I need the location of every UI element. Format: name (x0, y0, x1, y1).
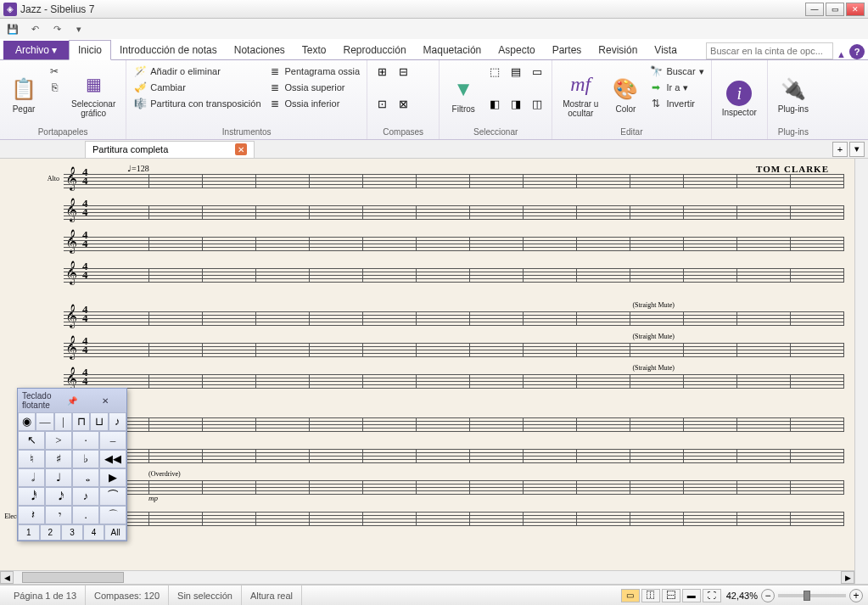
scroll-left-icon[interactable]: ◀ (0, 571, 14, 584)
transposition-button[interactable]: 🎼Partitura con transposición (132, 96, 262, 111)
tab-inicio[interactable]: Inicio (69, 40, 111, 60)
view-page-button[interactable]: ▭ (621, 589, 640, 602)
kp-slur[interactable]: ⌒ (99, 506, 126, 524)
kp-note-8[interactable]: ♪ (72, 487, 99, 506)
kp-rest2[interactable]: 𝄾 (45, 506, 72, 524)
kp-tenuto[interactable]: – (99, 431, 126, 450)
kp-arrow[interactable]: ↖ (18, 431, 45, 450)
select-none-icon[interactable]: ◫ (528, 97, 546, 112)
maximize-button[interactable]: ▭ (826, 3, 844, 16)
tab-maquetacion[interactable]: Maquetación (415, 41, 490, 59)
flip-button[interactable]: ⇅Invertir (647, 96, 705, 111)
tab-vista[interactable]: Vista (646, 41, 685, 59)
select-bars-icon[interactable]: ▤ (507, 64, 525, 79)
staff-row[interactable]: 𝄞44(Straight Mute) (64, 306, 844, 330)
zoom-slider[interactable] (778, 594, 846, 597)
close-tab-icon[interactable]: ✕ (235, 143, 247, 155)
kp-layout-3[interactable]: 3 (61, 524, 83, 541)
kp-dot[interactable]: . (72, 506, 99, 524)
kp-note-quarter[interactable]: ♩ (45, 468, 72, 487)
scroll-thumb[interactable] (22, 572, 124, 583)
change-button[interactable]: 🎺Cambiar (132, 80, 262, 95)
staff-row[interactable]: Electric Guitar𝄞44(Overdrive)mp (64, 475, 844, 499)
kp-flat[interactable]: ♭ (72, 450, 99, 468)
score-canvas[interactable]: ♩=128 TOM CLARKE Alto𝄞44𝄞44𝄞44𝄞44𝄞44(Str… (0, 159, 854, 570)
scroll-right-icon[interactable]: ▶ (841, 571, 854, 584)
kp-layout-all[interactable]: All (104, 524, 126, 541)
undo-icon[interactable]: ↶ (27, 21, 42, 36)
view-vertical-button[interactable]: ⿱ (662, 589, 680, 602)
kp-staccato[interactable]: · (72, 431, 99, 450)
select-more-icon[interactable]: ◧ (485, 97, 504, 112)
keypad-panel[interactable]: Teclado flotante 📌 ✕ ◉ — | ⊓ ⊔ ♪ ↖ > · –… (17, 388, 127, 541)
minimize-button[interactable]: — (805, 3, 824, 16)
kp-mode-5[interactable]: ⊔ (90, 412, 108, 431)
show-hide-button[interactable]: mf Mostrar u ocultar (557, 62, 603, 126)
vertical-scrollbar[interactable] (854, 159, 868, 584)
color-button[interactable]: 🎨 Color (607, 62, 644, 126)
staff-row[interactable]: 𝄞44(Straight Mute) (64, 338, 844, 361)
kp-layout-2[interactable]: 2 (40, 524, 62, 541)
scroll-track[interactable] (14, 571, 841, 584)
kp-note-half[interactable]: 𝅗𝅥 (18, 468, 45, 487)
tab-reproduccion[interactable]: Reproducción (335, 41, 415, 59)
kp-rest[interactable]: 𝄽 (18, 506, 45, 524)
copy-button[interactable]: ⎘ (46, 80, 63, 95)
inspector-button[interactable]: i Inspector (717, 62, 762, 136)
kp-mode-4[interactable]: ⊓ (72, 412, 90, 431)
tab-menu-button[interactable]: ▾ (849, 142, 865, 157)
staff-row[interactable]: Trumpet 3𝄞44 (64, 412, 844, 436)
collapse-ribbon-icon[interactable]: ▲ (837, 49, 846, 59)
kp-rewind[interactable]: ◀◀ (99, 450, 126, 468)
save-icon[interactable]: 💾 (5, 21, 20, 36)
bar-add-icon[interactable]: ⊞ (372, 64, 391, 79)
select-system-icon[interactable]: ▭ (528, 64, 546, 79)
view-full-button[interactable]: ⛶ (703, 589, 721, 602)
kp-sharp[interactable]: ♯ (45, 450, 72, 468)
kp-note-16[interactable]: 𝅘𝅥𝅯 (45, 487, 72, 506)
close-button[interactable]: ✕ (846, 3, 865, 16)
find-button[interactable]: 🔭Buscar ▾ (647, 64, 705, 79)
bar-split-icon[interactable]: ⊡ (372, 97, 391, 112)
kp-play[interactable]: ▶ (99, 468, 126, 487)
ossia-button[interactable]: ≣Pentagrama ossia (266, 64, 362, 79)
view-panorama-button[interactable]: ▬ (682, 589, 701, 602)
staff-row[interactable]: 𝄞44 (64, 232, 844, 255)
redo-icon[interactable]: ↷ (49, 21, 64, 36)
kp-note-32[interactable]: 𝅘𝅥𝅰 (18, 487, 45, 506)
paste-button[interactable]: 📋 Pegar (5, 62, 42, 126)
staff-row[interactable]: Trombone𝄢44 (64, 444, 844, 468)
tab-revision[interactable]: Revisión (590, 41, 646, 59)
tab-partes[interactable]: Partes (544, 41, 591, 59)
file-tab[interactable]: Archivo▾ (3, 41, 69, 59)
kp-layout-1[interactable]: 1 (18, 524, 40, 541)
document-tab[interactable]: Partitura completa ✕ (85, 141, 255, 158)
kp-natural[interactable]: ♮ (18, 450, 45, 468)
qat-dropdown-icon[interactable]: ▾ (71, 21, 87, 36)
view-spread-button[interactable]: ⿰ (641, 589, 660, 602)
new-tab-button[interactable]: + (832, 142, 848, 157)
pin-icon[interactable]: 📌 (55, 395, 88, 406)
kp-note-whole[interactable]: 𝅝 (72, 468, 99, 487)
help-icon[interactable]: ? (849, 44, 865, 59)
ossia-above-button[interactable]: ≣Ossia superior (266, 80, 362, 95)
close-keypad-icon[interactable]: ✕ (89, 395, 122, 406)
zoom-in-button[interactable]: + (849, 589, 863, 602)
ribbon-search-input[interactable] (706, 42, 833, 59)
staff-row[interactable]: 𝄞44(Straight Mute) (64, 369, 844, 393)
tab-aspecto[interactable]: Aspecto (490, 41, 543, 59)
horizontal-scrollbar[interactable]: ◀ ▶ (0, 570, 854, 584)
ossia-below-button[interactable]: ≣Ossia inferior (266, 96, 362, 111)
kp-mode-3[interactable]: | (54, 412, 72, 431)
staff-row[interactable]: 𝄞44 (64, 263, 844, 287)
tab-notaciones[interactable]: Notaciones (226, 41, 294, 59)
bar-delete-icon[interactable]: ⊟ (394, 64, 412, 79)
select-less-icon[interactable]: ◨ (507, 97, 525, 112)
kp-mode-6[interactable]: ♪ (109, 412, 126, 431)
staff-row[interactable]: Electric Stage Piano𝄢44 (64, 507, 844, 530)
tab-introduccion[interactable]: Introducción de notas (111, 41, 226, 59)
zoom-out-button[interactable]: − (761, 589, 775, 602)
select-all-icon[interactable]: ⬚ (485, 64, 504, 79)
kp-layout-4[interactable]: 4 (83, 524, 105, 541)
kp-tie[interactable]: ⁀ (99, 487, 126, 506)
